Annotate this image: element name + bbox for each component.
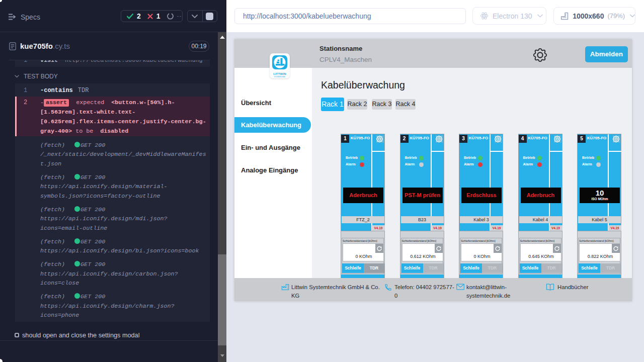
svg-text:LITTWIN: LITTWIN bbox=[273, 72, 286, 75]
svg-text:SYSTEMTECHNIK: SYSTEMTECHNIK bbox=[274, 76, 285, 78]
